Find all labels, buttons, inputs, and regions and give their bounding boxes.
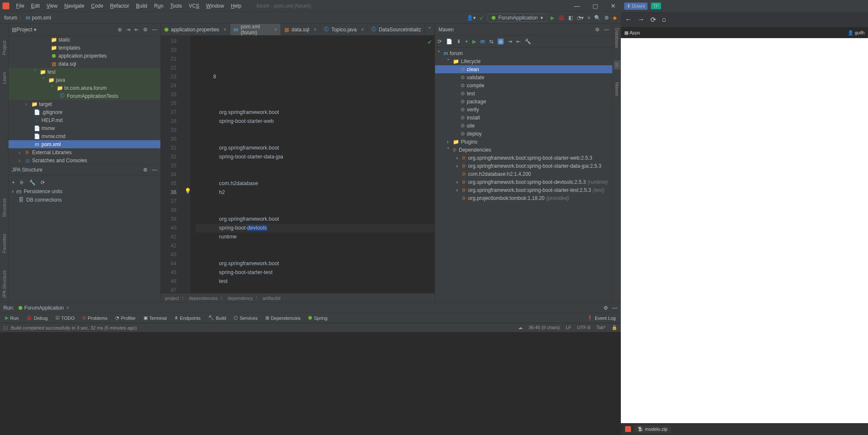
bottom-services[interactable]: ⬡Services [230, 315, 261, 321]
breadcrumb-file[interactable]: pom.xml [32, 15, 51, 21]
bottom-dependencies[interactable]: ⊞Dependencies [262, 315, 304, 321]
intention-bulb-icon[interactable]: 💡 [185, 187, 191, 196]
apps-button[interactable]: ▦ Apps [624, 30, 640, 36]
gear-icon[interactable]: ⚙ [595, 27, 600, 33]
gear-icon[interactable]: ⚙ [603, 305, 608, 311]
bottom-build[interactable]: 🔨Build [205, 315, 229, 321]
back-icon[interactable]: ← [625, 16, 632, 23]
bottom-spring[interactable]: ⬢Spring [305, 315, 331, 321]
refresh-icon[interactable]: ⟳ [41, 180, 45, 186]
debug-button[interactable]: 🐞 [558, 15, 565, 21]
strip-favorites[interactable]: Favorites [2, 234, 7, 253]
close-icon[interactable]: × [223, 27, 226, 33]
chevron-down-icon[interactable]: ˅ [42, 77, 47, 83]
mem-icon[interactable]: ☁ [518, 325, 523, 330]
reload-icon[interactable]: ⟳ [650, 16, 656, 24]
generate-icon[interactable]: 📄 [446, 39, 452, 44]
db-connections[interactable]: 🗄DB connections [12, 196, 157, 204]
strip-structure[interactable]: Structure [2, 198, 7, 217]
expand-icon[interactable]: ⇥ [126, 27, 130, 33]
gear-icon[interactable]: ⚙ [143, 27, 148, 33]
tab-application-properties[interactable]: ⬢application.properties× [161, 24, 230, 35]
code-editor[interactable]: 1920212223242526272829303132333435363738… [161, 36, 435, 293]
strip-jpa[interactable]: JPA Structure [2, 270, 7, 298]
maven-tree[interactable]: ˅m forum˅📁 Lifecycle⚙ clean⚙ validate⚙ c… [435, 47, 612, 302]
menu-navigate[interactable]: Navigate [62, 2, 87, 10]
tab-topico-java[interactable]: ⒸTopico.java× [320, 24, 368, 35]
bottom-terminal[interactable]: ▣Terminal [140, 315, 171, 321]
tab-overflow[interactable]: ˅ [425, 24, 435, 35]
indent[interactable]: Tab* [596, 325, 606, 330]
maven-panel-title[interactable]: Maven [438, 27, 454, 33]
chevron-right-icon[interactable]: › [19, 158, 23, 163]
bottom-debug[interactable]: 🐞Debug [23, 315, 51, 321]
strip-database[interactable]: Database [614, 28, 620, 48]
chevron-right-icon[interactable]: › [19, 150, 23, 155]
bottom-profiler[interactable]: ◔Profiler [112, 315, 139, 321]
gear-icon[interactable]: ⚙ [143, 167, 148, 173]
close-icon[interactable]: × [274, 27, 277, 33]
expand-icon[interactable]: ⇥ [508, 39, 512, 44]
browser-page[interactable] [621, 38, 868, 432]
fold-gutter[interactable] [185, 36, 190, 293]
menu-vcs[interactable]: VCS [186, 2, 202, 10]
close-icon[interactable]: × [314, 27, 317, 33]
lock-icon[interactable]: 🔒 [612, 325, 617, 330]
maven-icon[interactable]: m [480, 39, 485, 44]
offline-icon[interactable]: ◉ [498, 39, 504, 44]
maximize-button[interactable]: ▢ [590, 1, 601, 11]
add-icon[interactable]: + [465, 39, 468, 44]
strip-project[interactable]: Project [2, 41, 7, 55]
collapse-icon[interactable]: ⇤ [516, 39, 521, 44]
persistence-units[interactable]: ›🗃Persistence units [12, 187, 157, 196]
download-indicator[interactable]: ⬇ Downl [624, 3, 648, 10]
vcs-update-icon[interactable]: ↙ [479, 15, 484, 21]
diagram-icon[interactable]: ⊪ [20, 180, 24, 186]
menu-code[interactable]: Code [88, 2, 106, 10]
inspection-ok-icon[interactable]: ✔ [427, 38, 432, 47]
bottom-endpoints[interactable]: ⋔Endpoints [171, 315, 204, 321]
hide-icon[interactable]: — [612, 305, 617, 311]
menu-help[interactable]: Help [228, 2, 244, 10]
menu-view[interactable]: View [44, 2, 60, 10]
bottom-run[interactable]: ▶Run [2, 315, 22, 321]
strip-learn[interactable]: Learn [2, 72, 7, 84]
run-icon[interactable]: ▶ [472, 39, 476, 44]
project-tree[interactable]: 📁static 📁templates ⬢application.properti… [8, 36, 160, 164]
wrench-icon[interactable]: 🔧 [29, 180, 36, 186]
user-chip[interactable]: 👤 guilh [848, 30, 865, 36]
run-config-label[interactable]: ForumApplication [24, 305, 63, 311]
menu-edit[interactable]: Edit [28, 2, 42, 10]
project-panel-title[interactable]: Project [17, 27, 32, 33]
chevron-down-icon[interactable]: ▾ [34, 27, 36, 33]
collapse-icon[interactable]: ⇤ [135, 27, 139, 33]
menu-tools[interactable]: Tools [168, 2, 185, 10]
bottom-eventlog[interactable]: ❗Event Log [584, 315, 619, 321]
toggle-icon[interactable]: ⇆ [489, 39, 493, 44]
encoding[interactable]: UTF-8 [577, 325, 590, 330]
search-icon[interactable]: 🔍 [594, 15, 601, 21]
menu-build[interactable]: Build [133, 2, 150, 10]
user-icon[interactable]: 👤▾ [467, 15, 476, 21]
home-icon[interactable]: ⌂ [662, 16, 666, 23]
locate-icon[interactable]: ⊕ [118, 27, 122, 33]
hide-icon[interactable]: — [604, 27, 609, 33]
profile-button[interactable]: ◔▾ [577, 15, 584, 21]
menu-window[interactable]: Window [204, 2, 227, 10]
chevron-down-icon[interactable]: ˅ [34, 69, 38, 75]
hide-icon[interactable]: — [152, 27, 157, 33]
menu-file[interactable]: File [14, 2, 27, 10]
coverage-button[interactable]: ◧ [568, 15, 573, 21]
close-button[interactable]: ✕ [608, 1, 618, 11]
add-icon[interactable]: + [12, 180, 15, 186]
chevron-right-icon[interactable]: › [25, 101, 30, 107]
line-ending[interactable]: LF [566, 325, 571, 330]
download-icon[interactable]: ⬇ [457, 39, 461, 44]
status-icon[interactable]: ▢ [3, 325, 8, 330]
tab-data-sql[interactable]: ▦data.sql× [281, 24, 320, 35]
stop-button[interactable]: ■ [587, 15, 590, 21]
bottom-todo[interactable]: ☑TODO [52, 315, 78, 321]
code-body[interactable]: ✔ 💡 8 org.springframework.boot spring-bo… [190, 36, 435, 293]
bottom-problems[interactable]: ⊘Problems [79, 315, 110, 321]
tab-pom-xml[interactable]: mpom.xml (forum)× [230, 24, 281, 35]
